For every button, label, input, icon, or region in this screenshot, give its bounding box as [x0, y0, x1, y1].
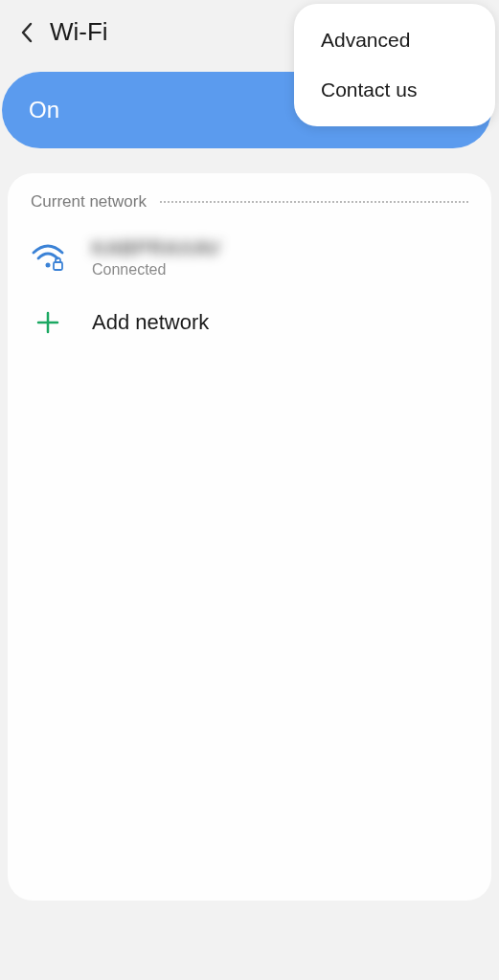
- overflow-menu: Advanced Contact us: [294, 4, 495, 126]
- menu-item-advanced[interactable]: Advanced: [294, 15, 495, 65]
- network-name: KABPRAXAV: [92, 236, 221, 259]
- network-status: Connected: [92, 261, 221, 278]
- back-icon[interactable]: [19, 21, 33, 44]
- section-header: Current network: [8, 192, 491, 227]
- wifi-toggle-label: On: [29, 97, 59, 123]
- plus-icon: [31, 305, 65, 340]
- add-network-row[interactable]: Add network: [8, 288, 491, 357]
- svg-rect-1: [54, 262, 62, 270]
- wifi-secure-icon: [31, 240, 65, 275]
- add-network-label: Add network: [92, 310, 209, 335]
- menu-item-contact-us[interactable]: Contact us: [294, 65, 495, 115]
- current-network-row[interactable]: KABPRAXAV Connected: [8, 227, 491, 288]
- network-info: KABPRAXAV Connected: [92, 236, 221, 278]
- section-title: Current network: [31, 192, 147, 212]
- svg-point-0: [46, 263, 51, 268]
- networks-card: Current network KABPRAXAV Connected Add …: [8, 173, 491, 901]
- divider-dotted: [160, 201, 468, 203]
- page-title: Wi-Fi: [50, 17, 108, 47]
